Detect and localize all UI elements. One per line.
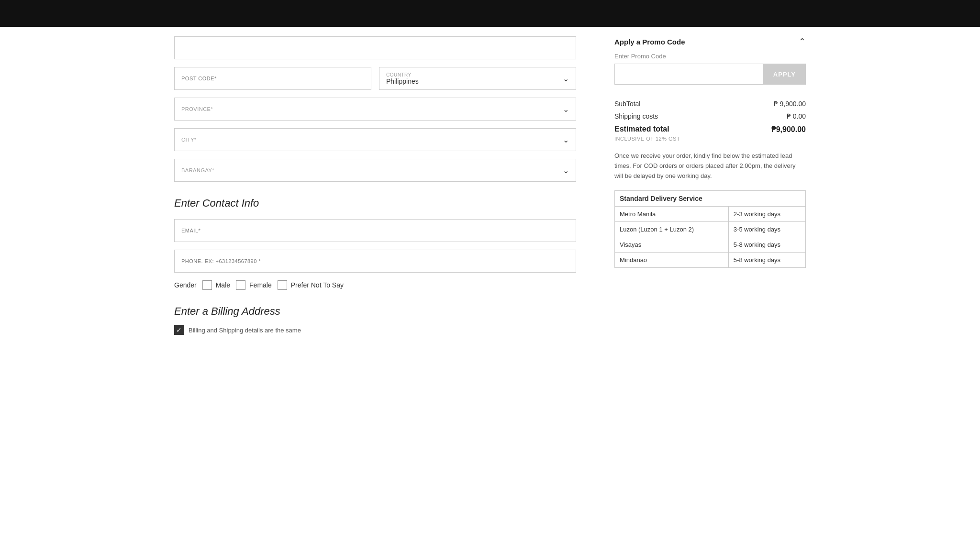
top-placeholder-field (174, 36, 576, 59)
gender-row: Gender Male Female Prefer Not To Say (174, 280, 576, 290)
male-checkbox[interactable] (202, 280, 212, 290)
chevron-down-icon: ⌄ (563, 74, 569, 83)
promo-section: Apply a Promo Code ⌃ Enter Promo Code AP… (614, 36, 806, 85)
promo-input-row: APPLY (614, 64, 806, 85)
phone-input[interactable] (181, 258, 569, 264)
left-column: COUNTRY Philippines ⌄ PROVINCE* ⌄ CITY* … (174, 27, 576, 335)
gender-label: Gender (174, 281, 197, 289)
billing-same-checkbox[interactable]: ✓ (174, 325, 184, 335)
region-cell: Metro Manila (615, 207, 729, 222)
subtotal-row: SubTotal ₱ 9,900.00 (614, 100, 806, 108)
male-option[interactable]: Male (202, 280, 230, 290)
prefer-not-to-say-option[interactable]: Prefer Not To Say (278, 280, 344, 290)
city-label: CITY* (181, 137, 563, 143)
delivery-table: Standard Delivery Service Metro Manila2-… (614, 190, 806, 268)
time-cell: 3-5 working days (728, 222, 805, 237)
time-cell: 5-8 working days (728, 237, 805, 253)
postcode-field[interactable] (174, 67, 371, 90)
shipping-label: Shipping costs (614, 112, 658, 120)
total-row: Estimated total ₱9,900.00 (614, 125, 806, 134)
chevron-up-icon: ⌃ (799, 36, 806, 47)
shipping-row: Shipping costs ₱ 0.00 (614, 112, 806, 120)
postcode-country-row: COUNTRY Philippines ⌄ (174, 67, 576, 90)
billing-option[interactable]: ✓ Billing and Shipping details are the s… (174, 325, 576, 335)
country-select[interactable]: COUNTRY Philippines ⌄ (379, 67, 576, 90)
time-cell: 5-8 working days (728, 253, 805, 268)
province-dropdown[interactable]: PROVINCE* ⌄ (174, 98, 576, 121)
promo-header[interactable]: Apply a Promo Code ⌃ (614, 36, 806, 53)
country-value: Philippines (386, 77, 563, 85)
prefer-not-to-say-label: Prefer Not To Say (291, 281, 344, 289)
email-field[interactable] (174, 219, 576, 242)
table-row: Luzon (Luzon 1 + Luzon 2)3-5 working day… (615, 222, 806, 237)
billing-section-title: Enter a Billing Address (174, 305, 576, 318)
subtotal-label: SubTotal (614, 100, 640, 108)
email-input[interactable] (181, 228, 569, 233)
checkmark-icon: ✓ (176, 326, 182, 334)
chevron-down-icon: ⌄ (563, 105, 569, 114)
promo-title: Apply a Promo Code (614, 38, 685, 46)
contact-section-title: Enter Contact Info (174, 197, 576, 209)
total-value: ₱9,900.00 (771, 125, 806, 134)
postcode-input[interactable] (181, 76, 364, 81)
delivery-table-header: Standard Delivery Service (615, 191, 806, 207)
shipping-value: ₱ 0.00 (787, 112, 806, 120)
billing-option-label: Billing and Shipping details are the sam… (189, 327, 301, 334)
chevron-down-icon: ⌄ (563, 166, 569, 175)
province-label: PROVINCE* (181, 106, 563, 112)
right-column: Apply a Promo Code ⌃ Enter Promo Code AP… (614, 27, 806, 335)
region-cell: Luzon (Luzon 1 + Luzon 2) (615, 222, 729, 237)
barangay-dropdown[interactable]: BARANGAY* ⌄ (174, 159, 576, 182)
male-label: Male (216, 281, 230, 289)
time-cell: 2-3 working days (728, 207, 805, 222)
order-summary: SubTotal ₱ 9,900.00 Shipping costs ₱ 0.0… (614, 100, 806, 268)
top-bar (0, 0, 980, 27)
promo-code-input[interactable] (614, 64, 763, 85)
lead-time-note: Once we receive your order, kindly find … (614, 151, 806, 181)
total-label: Estimated total (614, 125, 669, 134)
table-row: Mindanao5-8 working days (615, 253, 806, 268)
gst-note: INCLUSIVE OF 12% GST (614, 136, 806, 142)
barangay-label: BARANGAY* (181, 167, 563, 173)
prefer-not-to-say-checkbox[interactable] (278, 280, 287, 290)
female-label: Female (249, 281, 272, 289)
table-row: Metro Manila2-3 working days (615, 207, 806, 222)
region-cell: Mindanao (615, 253, 729, 268)
promo-label: Enter Promo Code (614, 53, 806, 60)
country-select-inner: COUNTRY Philippines (386, 72, 563, 85)
female-option[interactable]: Female (236, 280, 272, 290)
country-label: COUNTRY (386, 72, 563, 77)
subtotal-value: ₱ 9,900.00 (774, 100, 806, 108)
city-dropdown[interactable]: CITY* ⌄ (174, 128, 576, 151)
table-row: Visayas5-8 working days (615, 237, 806, 253)
female-checkbox[interactable] (236, 280, 245, 290)
chevron-down-icon: ⌄ (563, 135, 569, 144)
promo-apply-button[interactable]: APPLY (763, 64, 806, 85)
phone-field[interactable] (174, 250, 576, 273)
region-cell: Visayas (615, 237, 729, 253)
